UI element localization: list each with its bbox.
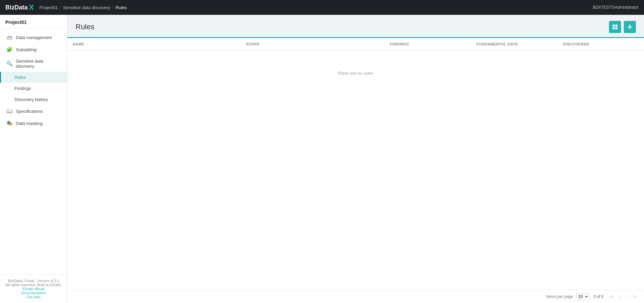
sidebar: Project01 🗃 Data management 🧩 Subsetting… — [0, 15, 67, 303]
page-title: Rules — [75, 23, 94, 31]
sidebar-item-sensitive-data-discovery[interactable]: 🔍 Sensitive data discovery — [0, 56, 67, 72]
topbar: BizDataX Project01 / Sensitive data disc… — [0, 0, 644, 15]
sidebar-project-label: Project01 — [0, 15, 67, 29]
main-layout: Project01 🗃 Data management 🧩 Subsetting… — [0, 15, 644, 303]
breadcrumb-sep-2: / — [112, 5, 114, 10]
sidebar-item-label-findings: Findings — [14, 86, 31, 91]
import-icon — [612, 24, 618, 30]
sidebar-item-data-management[interactable]: 🗃 Data management — [0, 31, 67, 43]
sidebar-item-label-specifications: Specifications — [16, 109, 43, 114]
logo-x: X — [29, 3, 34, 12]
footer-link-docs[interactable]: Documentation — [5, 291, 62, 295]
sidebar-top: Project01 🗃 Data management 🧩 Subsetting… — [0, 15, 67, 132]
footer-link-ekobit[interactable]: Ekobit official — [5, 287, 62, 291]
empty-row: There are no rules. — [67, 50, 644, 96]
add-rule-button[interactable] — [624, 21, 636, 33]
col-scope-label: SCOPE — [246, 42, 260, 46]
topbar-user: BDXTEST3\Administrator — [593, 5, 639, 10]
footer-rights: All rights reserved. Built by Ekobit. — [5, 283, 62, 287]
sidebar-item-label-subsetting: Subsetting — [16, 47, 36, 52]
col-name-label: NAME — [73, 42, 84, 46]
table-header-row: NAME ↑ SCOPE FINDINGS FUNDAMENTAL DATA — [67, 38, 644, 50]
sort-arrow-name: ↑ — [87, 42, 89, 46]
svg-rect-2 — [613, 27, 615, 29]
footer-link-help[interactable]: Get help — [5, 295, 62, 299]
breadcrumb: Project01 / Sensitive data discovery / R… — [39, 5, 127, 10]
col-header-scope[interactable]: SCOPE — [240, 38, 385, 50]
sidebar-item-specifications[interactable]: 📖 Specifications — [0, 105, 67, 117]
logo-text: BizData — [5, 4, 28, 11]
sidebar-item-rules[interactable]: Rules — [0, 72, 67, 83]
col-header-name[interactable]: NAME ↑ — [67, 38, 240, 50]
data-masking-icon: 🎭 — [6, 120, 12, 126]
sidebar-item-data-masking[interactable]: 🎭 Data masking — [0, 117, 67, 129]
pagination-count: 0 of 0 — [593, 294, 604, 299]
breadcrumb-sep-1: / — [60, 5, 61, 10]
sidebar-item-label-data-management: Data management — [16, 35, 52, 40]
specifications-icon: 📖 — [6, 108, 12, 114]
rules-table: NAME ↑ SCOPE FINDINGS FUNDAMENTAL DATA — [67, 38, 644, 96]
import-button[interactable] — [609, 21, 621, 33]
svg-rect-0 — [613, 25, 615, 27]
content-area: Rules — [67, 15, 644, 303]
breadcrumb-project[interactable]: Project01 — [39, 5, 58, 10]
sidebar-item-label-sdd: Sensitive data discovery — [16, 59, 62, 69]
svg-rect-1 — [615, 25, 617, 27]
items-per-page-label: Items per page — [546, 294, 573, 299]
data-management-icon: 🗃 — [6, 34, 12, 40]
pagination-bar: Items per page 5 10 25 50 0 of 0 ⊲ ‹ › ⊳ — [67, 290, 644, 303]
pagination-last-button[interactable]: ⊳ — [632, 293, 639, 300]
logo[interactable]: BizDataX — [5, 3, 34, 12]
col-discoverer-label: DISCOVERER — [563, 42, 589, 46]
sidebar-item-discovery-history[interactable]: Discovery history — [0, 94, 67, 105]
breadcrumb-current: Rules — [116, 5, 127, 10]
breadcrumb-sdd[interactable]: Sensitive data discovery — [63, 5, 110, 10]
sidebar-item-label-discovery-history: Discovery history — [14, 97, 48, 102]
sidebar-item-label-data-masking: Data masking — [16, 121, 42, 126]
page-actions — [609, 21, 636, 33]
pagination-prev-button[interactable]: ‹ — [617, 293, 622, 300]
sidebar-item-label-rules: Rules — [14, 75, 26, 80]
sdd-icon: 🔍 — [6, 61, 12, 67]
col-header-fundamental[interactable]: FUNDAMENTAL DATA — [471, 38, 557, 50]
sidebar-footer: BizDataX Portal - Version 4.3.1 All righ… — [0, 274, 67, 303]
col-fundamental-label: FUNDAMENTAL DATA — [476, 42, 518, 46]
rules-table-container: NAME ↑ SCOPE FINDINGS FUNDAMENTAL DATA — [67, 37, 644, 290]
footer-version: BizDataX Portal - Version 4.3.1 — [5, 279, 62, 283]
col-header-discoverer[interactable]: DISCOVERER — [557, 38, 644, 50]
topbar-left: BizDataX Project01 / Sensitive data disc… — [5, 3, 127, 12]
items-per-page-select[interactable]: 5 10 25 50 — [576, 293, 589, 300]
sidebar-nav: 🗃 Data management 🧩 Subsetting 🔍 Sensiti… — [0, 29, 67, 132]
sidebar-item-findings[interactable]: Findings — [0, 83, 67, 94]
pagination-first-button[interactable]: ⊲ — [608, 293, 615, 300]
col-findings-label: FINDINGS — [390, 42, 409, 46]
table-body: There are no rules. — [67, 50, 644, 96]
sidebar-item-subsetting[interactable]: 🧩 Subsetting — [0, 43, 67, 56]
table-header: NAME ↑ SCOPE FINDINGS FUNDAMENTAL DATA — [67, 38, 644, 50]
add-icon — [627, 24, 633, 30]
col-header-findings[interactable]: FINDINGS — [385, 38, 471, 50]
svg-rect-3 — [615, 27, 617, 29]
pagination-next-button[interactable]: › — [624, 293, 629, 300]
subsetting-icon: 🧩 — [6, 46, 12, 53]
empty-message: There are no rules. — [67, 50, 644, 96]
page-header: Rules — [67, 15, 644, 37]
